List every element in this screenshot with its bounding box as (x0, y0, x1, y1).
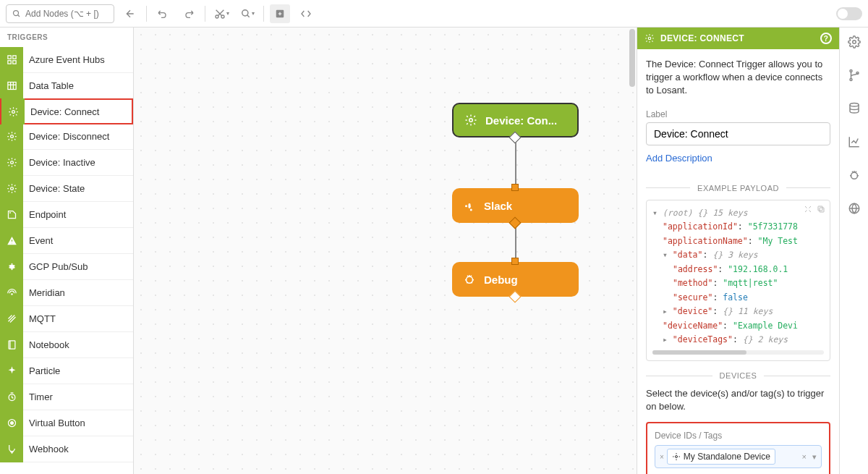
palette-node-item[interactable]: Azure Event Hubs (0, 47, 133, 73)
palette-item-label: Azure Event Hubs (23, 54, 105, 65)
chevron-down-icon[interactable]: ▾ (812, 452, 817, 462)
help-icon[interactable]: ? (820, 33, 832, 44)
palette-node-item[interactable]: Endpoint (0, 202, 133, 228)
svg-point-25 (9, 267, 10, 268)
example-payload-viewer[interactable]: ▾ (root) {} 15 keys "applicationId": "5f… (646, 200, 830, 361)
svg-point-26 (13, 267, 14, 268)
code-button[interactable] (296, 4, 316, 23)
svg-point-45 (850, 103, 859, 107)
palette-item-label: Timer (23, 392, 53, 402)
svg-point-19 (10, 161, 13, 164)
svg-point-46 (851, 172, 857, 179)
palette-node-item[interactable]: Notebook (0, 332, 133, 358)
bug-icon (462, 272, 477, 287)
separator (205, 6, 205, 22)
label-input[interactable] (646, 122, 830, 145)
palette-node-item[interactable]: Data Table (0, 73, 133, 99)
node-label: Device: Con... (485, 114, 557, 127)
palette-node-item[interactable]: Timer (0, 384, 133, 410)
palette-item-label: Endpoint (23, 209, 66, 220)
palette-item-label: MQTT (23, 313, 56, 324)
svg-rect-13 (7, 82, 15, 90)
svg-point-27 (11, 263, 12, 265)
gear-icon (0, 176, 23, 202)
palette-item-label: Virtual Button (23, 418, 85, 428)
palette-node-item[interactable]: Device: Disconnect (0, 124, 133, 150)
cloud-icon (0, 254, 23, 280)
workflow-canvas[interactable]: Device: Con... Slack Debug (134, 27, 637, 474)
slack-icon (462, 198, 477, 213)
canvas-scrollbar[interactable] (629, 29, 635, 87)
chart-icon[interactable] (847, 135, 861, 149)
palette-node-item[interactable]: GCP Pub/Sub (0, 254, 133, 280)
palette-item-label: Event (23, 235, 53, 246)
back-button[interactable] (120, 4, 140, 23)
hubs-icon (0, 47, 23, 73)
svg-rect-38 (820, 208, 824, 212)
bug-icon[interactable] (847, 168, 861, 182)
circle-icon (0, 410, 23, 436)
undo-button[interactable] (153, 4, 173, 23)
palette-node-item[interactable]: Virtual Button (0, 410, 133, 436)
svg-point-34 (10, 422, 13, 425)
panel-description: The Device: Connect Trigger allows you t… (646, 58, 830, 98)
gear-icon (0, 150, 23, 176)
add-description-link[interactable]: Add Description (646, 153, 712, 164)
palette-node-item[interactable]: Device: Inactive (0, 150, 133, 176)
hook-icon (0, 436, 23, 462)
palette-item-label: Meridian (23, 287, 65, 298)
device-ids-label: Device IDs / Tags (655, 431, 822, 441)
svg-point-17 (12, 110, 14, 113)
add-block-button[interactable] (270, 4, 290, 23)
svg-point-29 (11, 294, 12, 295)
node-search-box[interactable] (6, 4, 114, 23)
palette-node-item[interactable]: MQTT (0, 306, 133, 332)
svg-point-23 (9, 265, 10, 266)
device-tag-input[interactable]: × My Standalone Device × ▾ (655, 445, 822, 468)
palette-item-label: Data Table (23, 80, 74, 91)
warn-icon (0, 228, 23, 254)
palette-node-item[interactable]: Webhook (0, 436, 133, 462)
palette-node-item[interactable]: Event (0, 228, 133, 254)
device-chip[interactable]: My Standalone Device (667, 449, 775, 465)
palette-item-label: Webhook (23, 444, 69, 454)
svg-rect-10 (12, 56, 15, 59)
top-toolbar: ▾ ▾ (0, 0, 868, 27)
gear-icon (0, 124, 23, 150)
svg-point-0 (14, 10, 19, 15)
gear-icon (1, 98, 25, 124)
svg-point-42 (850, 70, 852, 72)
expand-icon[interactable] (804, 205, 812, 213)
palette-node-item[interactable]: Particle (0, 358, 133, 384)
right-icon-rail (839, 27, 868, 474)
globe-icon[interactable] (847, 201, 861, 216)
palette-node-item[interactable]: Meridian (0, 280, 133, 306)
palette-node-item[interactable]: Device: Connect (0, 98, 133, 124)
cut-button[interactable]: ▾ (211, 4, 231, 23)
payload-scrollbar[interactable] (652, 350, 824, 355)
palette-item-label: Device: Inactive (23, 157, 95, 168)
search-input[interactable] (25, 9, 108, 19)
git-branch-icon[interactable] (847, 68, 861, 82)
copy-icon[interactable] (817, 205, 825, 213)
node-palette: TRIGGERS Azure Event HubsData TableDevic… (0, 27, 134, 474)
panel-title: DEVICE: CONNECT (660, 33, 744, 43)
svg-point-22 (9, 264, 14, 268)
palette-item-label: GCP Pub/Sub (23, 261, 88, 272)
database-icon[interactable] (847, 101, 861, 116)
redo-button[interactable] (179, 4, 199, 23)
clear-icon[interactable]: × (802, 452, 807, 462)
settings-icon[interactable] (847, 35, 861, 49)
tag-icon (0, 202, 23, 228)
palette-node-item[interactable]: Device: State (0, 176, 133, 202)
input-handle[interactable] (511, 258, 519, 265)
book-icon (0, 332, 23, 358)
label-field-label: Label (646, 109, 830, 119)
enable-toggle[interactable] (836, 7, 862, 20)
svg-rect-9 (7, 56, 10, 59)
svg-line-1 (18, 14, 20, 17)
svg-rect-11 (7, 61, 10, 64)
section-divider: EXAMPLE PAYLOAD (646, 184, 830, 192)
input-handle[interactable] (511, 184, 519, 191)
zoom-button[interactable]: ▾ (237, 4, 258, 23)
